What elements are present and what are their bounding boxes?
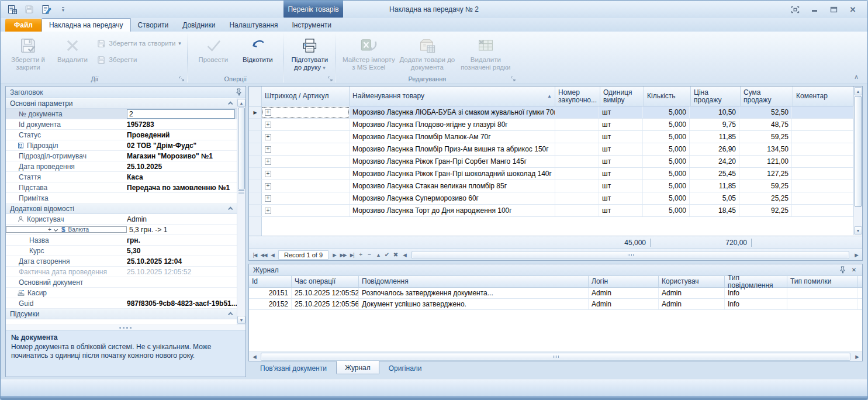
table-row[interactable]: Морозиво Ласунка Ріжок Гран-Прі шоколадн… — [249, 168, 853, 180]
tab-related-documents[interactable]: Пов'язані документи — [252, 361, 335, 375]
hscroll-left-arrow[interactable]: ◀ — [250, 352, 258, 361]
property-row-currency-rate[interactable]: Курс5,30 — [6, 246, 237, 256]
tab-journal[interactable]: Журнал — [336, 361, 379, 374]
grid-vertical-scrollbar[interactable]: ▲ ▼ — [853, 87, 862, 235]
prepare-print-button[interactable]: Підготувати до друку ▾ — [288, 34, 332, 72]
expand-icon[interactable] — [265, 109, 271, 116]
nav-prev-button[interactable]: ◀ — [268, 250, 276, 260]
table-row[interactable]: Морозиво Ласунка Стакан великан пломбір … — [249, 180, 853, 192]
nav-next-button[interactable]: ▶ — [330, 250, 338, 260]
journal-row[interactable]: 20151 25.10.2025 12:05:52 Розпочалось за… — [249, 288, 862, 299]
nav-append-button[interactable]: + — [357, 250, 365, 260]
dialog-launcher-icon[interactable] — [327, 76, 333, 82]
add-goods-button[interactable]: Додати товари до документа — [398, 34, 457, 71]
tab-create[interactable]: Створити — [131, 19, 176, 32]
property-row-doc-id[interactable]: Id документа1957283 — [6, 119, 237, 130]
scrollbar-thumb[interactable] — [855, 96, 862, 207]
maximize-button[interactable] — [828, 5, 839, 14]
nav-cancel-button[interactable]: ✖ — [392, 250, 400, 260]
table-row[interactable]: ▶ Морозиво Ласунка ЛЮБА-БУБА зі смаком ж… — [249, 106, 853, 119]
grid-horizontal-scrollbar[interactable] — [411, 251, 849, 259]
column-header-msg-type[interactable]: Тип повідомлення — [725, 276, 787, 287]
edit-document-quick-button[interactable] — [40, 4, 52, 15]
journal-horizontal-scrollbar[interactable]: ◀ ▶ — [249, 351, 862, 361]
close-button[interactable]: ✕ — [848, 5, 858, 14]
tab-file[interactable]: Файл — [5, 19, 42, 32]
column-header-price[interactable]: Ціна продажу — [691, 87, 741, 106]
close-icon[interactable]: ✕ — [850, 266, 858, 274]
nav-delete-button[interactable]: − — [365, 250, 374, 260]
column-header-user[interactable]: Користувач — [659, 276, 725, 287]
excel-import-wizard-button[interactable]: Майстер імпорту з MS Excel — [340, 34, 398, 71]
scroll-up-arrow[interactable]: ▲ — [237, 99, 245, 107]
column-header-time[interactable]: Час операції — [292, 276, 359, 287]
table-row[interactable]: Морозиво Ласунка Ріжок Гран-Прі Сорбет М… — [249, 156, 853, 168]
property-row-status[interactable]: СтатусПроведений — [6, 130, 237, 140]
tab-originals[interactable]: Оригінали — [381, 361, 430, 375]
column-header-comment[interactable]: Коментар — [793, 87, 853, 106]
nav-edit-button[interactable]: ▲ — [374, 250, 382, 260]
scroll-down-arrow[interactable]: ▼ — [854, 226, 862, 235]
column-header-name[interactable]: Найменування товару▲ — [350, 87, 555, 106]
save-button[interactable]: Зберегти — [95, 54, 184, 65]
column-header-sum[interactable]: Сума продажу — [741, 87, 793, 106]
expand-icon[interactable] — [265, 171, 271, 177]
properties-vertical-scrollbar[interactable]: ▲ ▼ — [237, 98, 245, 325]
customize-qat-dropdown[interactable]: ▾ — [57, 4, 69, 15]
column-header-error-type[interactable]: Тип помилки — [787, 276, 857, 287]
rollback-button[interactable]: Відкотити — [236, 34, 280, 64]
expand-icon[interactable] — [265, 158, 271, 165]
property-row-user[interactable]: Користувач Admin — [6, 214, 237, 225]
column-header-unit[interactable]: Одиниця виміру — [600, 87, 644, 106]
scrollbar-gripper[interactable] — [238, 189, 244, 194]
table-row[interactable]: Морозиво Ласунка Пломбір Приз-Ам вишня т… — [249, 143, 853, 156]
collapse-ribbon-button[interactable]: ∧ — [853, 73, 859, 80]
table-row[interactable]: Морозиво Ласунка Пломбір Малюк-Ам 70г шт… — [249, 131, 853, 143]
expand-icon[interactable] — [265, 122, 271, 128]
property-row-currency[interactable]: $ Валюта 5,3 грн. -> 1 — [6, 225, 237, 235]
column-header-login[interactable]: Логін — [589, 276, 659, 287]
column-header-purchase-number[interactable]: Номер закупочно... — [555, 87, 600, 106]
delete-button[interactable]: Видалити — [50, 34, 95, 64]
journal-row[interactable]: 20152 25.10.2025 12:05:56 Документ успіш… — [249, 299, 862, 310]
fullscreen-toggle-button[interactable] — [790, 5, 800, 14]
nav-next-page-button[interactable]: ▶▶ — [339, 250, 347, 260]
property-row-post-date[interactable]: Дата проведення25.10.2025 — [6, 161, 237, 172]
expand-icon[interactable] — [265, 195, 271, 202]
dialog-launcher-icon[interactable] — [510, 76, 516, 82]
scrollbar-thumb[interactable] — [238, 108, 245, 189]
property-row-article[interactable]: СтаттяКаса — [6, 172, 237, 182]
property-row-created[interactable]: Дата створення25.10.2025 12:04 — [6, 256, 237, 267]
hscroll-left-arrow[interactable]: ◀ — [400, 250, 409, 260]
scroll-down-arrow[interactable]: ▼ — [237, 316, 245, 324]
property-group-additional[interactable]: Додаткові відомості — [6, 204, 237, 214]
expand-icon[interactable] — [265, 146, 271, 153]
save-and-close-quick-button[interactable] — [6, 4, 18, 15]
save-and-close-button[interactable]: Зберегти й закрити — [6, 34, 50, 71]
save-quick-button[interactable] — [23, 4, 35, 15]
column-header-message[interactable]: Повідомлення — [359, 276, 589, 287]
property-row-doc-number[interactable]: № документа 2 — [6, 109, 237, 119]
expander-chevron-icon[interactable] — [54, 227, 58, 232]
pin-icon[interactable] — [838, 266, 846, 274]
property-row-receiver[interactable]: Підрозділ-отримувачМагазин "Морозиво" №1 — [6, 151, 237, 161]
nav-last-button[interactable]: ▶| — [348, 250, 356, 260]
nav-prev-page-button[interactable]: ◀◀ — [260, 250, 268, 260]
nav-commit-button[interactable]: ✔ — [383, 250, 391, 260]
contextual-tab-group[interactable]: Перелік товарів — [283, 1, 343, 18]
dialog-launcher-icon[interactable] — [179, 76, 185, 82]
tab-settings[interactable]: Налаштування — [222, 19, 285, 32]
hscroll-right-arrow[interactable]: ▶ — [853, 352, 861, 361]
delete-marked-rows-button[interactable]: Видалити позначені рядки — [457, 34, 515, 71]
save-and-create-button[interactable]: Зберегти та створити ▾ — [95, 37, 184, 49]
column-header-barcode[interactable]: Штрихкод / Артикул — [262, 87, 350, 106]
expand-icon[interactable] — [265, 134, 271, 140]
property-row-note[interactable]: Примітка — [6, 193, 237, 204]
table-row[interactable]: Морозиво Ласунка Плодово-ягідне у глазур… — [249, 119, 853, 131]
property-row-basis[interactable]: ПідставаПередача по замовленню №1 — [6, 182, 237, 193]
post-document-button[interactable]: Провести — [191, 34, 236, 64]
property-group-totals[interactable]: Підсумки — [6, 309, 237, 319]
tab-tools[interactable]: Інструменти — [285, 19, 338, 32]
property-row-actual-post-date[interactable]: Фактична дата проведення25.10.2025 12:05… — [6, 267, 237, 277]
minimize-button[interactable] — [809, 5, 819, 14]
